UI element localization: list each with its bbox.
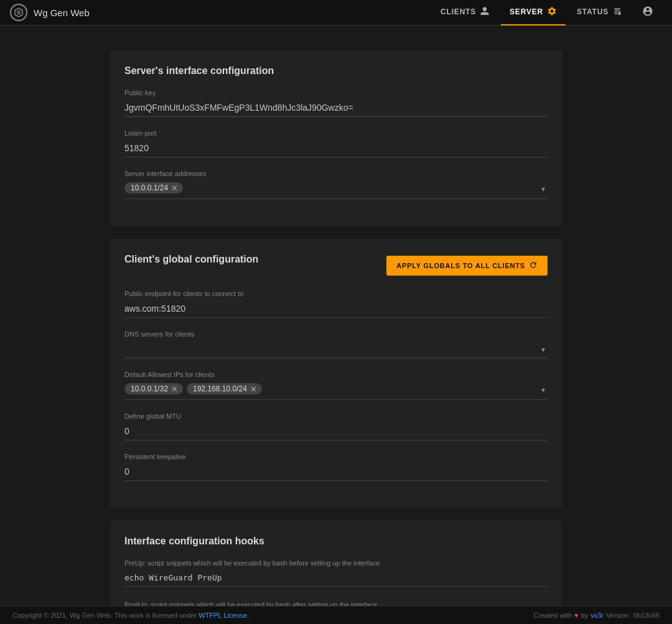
author-name: vx3r bbox=[590, 612, 604, 619]
footer-copyright: Copyright © 2021, Wg Gen Web. This work … bbox=[12, 612, 249, 619]
bar-chart-icon bbox=[612, 6, 622, 18]
navbar-links: CLIENTS SERVER STATUS bbox=[432, 0, 662, 26]
heart-icon: ♥ bbox=[574, 612, 579, 619]
navbar: Wg Gen Web CLIENTS SERVER STATUS bbox=[0, 0, 672, 26]
footer-right: Created with ♥ by vx3r Version: 0b13c68 bbox=[533, 612, 660, 619]
server-addr-label: Server interface addresses bbox=[124, 170, 548, 177]
mtu-group: Define global MTU bbox=[124, 412, 548, 440]
server-addr-dropdown-arrow: ▾ bbox=[541, 185, 545, 193]
svg-marker-1 bbox=[17, 10, 21, 15]
person-icon bbox=[480, 6, 490, 18]
dns-label: DNS servers for clients bbox=[124, 330, 548, 338]
nav-clients[interactable]: CLIENTS bbox=[432, 0, 498, 26]
apply-globals-label: APPLY GLOBALS TO ALL CLIENTS bbox=[396, 262, 525, 269]
mtu-input[interactable] bbox=[124, 422, 548, 440]
tag-remove-allowed-0[interactable]: ✕ bbox=[171, 385, 178, 393]
allowed-ips-tags[interactable]: 10.0.0.1/32 ✕ 192.168.10.0/24 ✕ ▾ bbox=[124, 381, 548, 400]
tag-allowed-0: 10.0.0.1/32 ✕ bbox=[124, 383, 183, 394]
refresh-icon bbox=[529, 261, 538, 271]
brand-name: Wg Gen Web bbox=[34, 7, 90, 18]
listen-port-input[interactable] bbox=[124, 139, 548, 157]
hooks-title: Interface configuration hooks bbox=[124, 536, 548, 547]
author-link[interactable]: vx3r bbox=[590, 612, 604, 619]
keepalive-group: Persistent keepalive bbox=[124, 453, 548, 481]
created-by-text: Created with bbox=[533, 612, 572, 619]
keepalive-input[interactable] bbox=[124, 463, 548, 481]
version-value: 0b13c68 bbox=[633, 612, 660, 619]
client-global-header: Client's global configuration APPLY GLOB… bbox=[124, 254, 548, 277]
endpoint-input[interactable] bbox=[124, 300, 548, 318]
allowed-ips-wrapper: 10.0.0.1/32 ✕ 192.168.10.0/24 ✕ ▾ bbox=[124, 381, 548, 400]
dns-select[interactable]: 8.8.8.8 1.1.1.1 bbox=[124, 340, 548, 358]
allowed-ips-group: Default Allowed IPs for clients 10.0.0.1… bbox=[124, 371, 548, 400]
endpoint-group: Public endpoint for clients to connect t… bbox=[124, 290, 548, 318]
public-key-label: Public key bbox=[124, 89, 548, 96]
tag-server-addr-0: 10.0.0.1/24 ✕ bbox=[124, 182, 183, 193]
dns-group: DNS servers for clients 8.8.8.8 1.1.1.1 bbox=[124, 330, 548, 358]
by-text: by bbox=[581, 612, 589, 619]
allowed-ips-dropdown-arrow: ▾ bbox=[541, 386, 545, 394]
server-addr-tags-wrapper: 10.0.0.1/24 ✕ ▾ bbox=[124, 180, 548, 199]
public-key-group: Public key bbox=[124, 89, 548, 117]
license-link[interactable]: WTFPL License. bbox=[198, 612, 249, 619]
nav-status[interactable]: STATUS bbox=[568, 0, 631, 26]
brand-icon bbox=[10, 4, 27, 21]
preup-label: PreUp: script snippets which will be exe… bbox=[124, 559, 548, 567]
tag-remove-allowed-1[interactable]: ✕ bbox=[250, 385, 257, 393]
preup-textarea[interactable]: echo WireGuard PreUp bbox=[124, 569, 548, 587]
settings-icon bbox=[547, 6, 557, 18]
client-global-card: Client's global configuration APPLY GLOB… bbox=[110, 239, 562, 508]
tag-remove-server-addr-0[interactable]: ✕ bbox=[171, 184, 178, 192]
keepalive-label: Persistent keepalive bbox=[124, 453, 548, 460]
tag-allowed-1: 192.168.10.0/24 ✕ bbox=[187, 383, 262, 394]
mtu-label: Define global MTU bbox=[124, 412, 548, 420]
nav-clients-label: CLIENTS bbox=[441, 7, 476, 16]
footer: Copyright © 2021, Wg Gen Web. This work … bbox=[0, 606, 672, 624]
server-interface-title: Server's interface configuration bbox=[124, 65, 548, 77]
allowed-ips-label: Default Allowed IPs for clients bbox=[124, 371, 548, 378]
nav-status-label: STATUS bbox=[577, 7, 609, 16]
server-addr-group: Server interface addresses 10.0.0.1/24 ✕… bbox=[124, 170, 548, 199]
public-key-input[interactable] bbox=[124, 99, 548, 117]
main-content: Server's interface configuration Public … bbox=[100, 50, 572, 624]
server-interface-card: Server's interface configuration Public … bbox=[110, 50, 562, 226]
nav-user[interactable] bbox=[633, 0, 662, 26]
nav-server[interactable]: SERVER bbox=[501, 0, 566, 26]
listen-port-label: Listen port bbox=[124, 129, 548, 137]
nav-server-label: SERVER bbox=[510, 7, 543, 16]
apply-globals-button[interactable]: APPLY GLOBALS TO ALL CLIENTS bbox=[386, 256, 548, 276]
dns-select-wrapper: 8.8.8.8 1.1.1.1 bbox=[124, 340, 548, 358]
copyright-text: Copyright © 2021, Wg Gen Web. This work … bbox=[12, 612, 197, 619]
license-text: WTFPL License. bbox=[198, 612, 249, 619]
endpoint-label: Public endpoint for clients to connect t… bbox=[124, 290, 548, 297]
brand: Wg Gen Web bbox=[10, 4, 432, 21]
listen-port-group: Listen port bbox=[124, 129, 548, 157]
client-global-title: Client's global configuration bbox=[124, 254, 258, 265]
account-icon bbox=[642, 6, 653, 19]
version-label: Version: bbox=[606, 612, 631, 619]
server-addr-tags[interactable]: 10.0.0.1/24 ✕ ▾ bbox=[124, 180, 548, 199]
preup-group: PreUp: script snippets which will be exe… bbox=[124, 559, 548, 589]
